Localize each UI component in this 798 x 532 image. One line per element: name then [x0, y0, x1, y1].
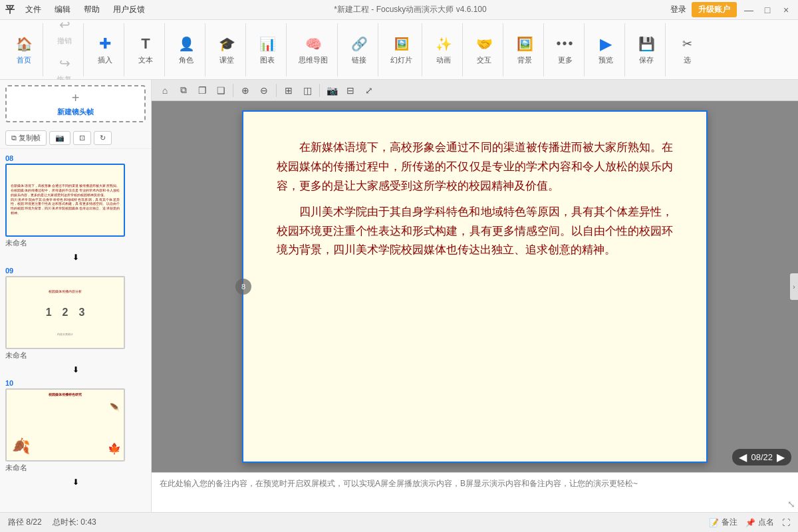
canvas-camera-button[interactable]: 📷 — [324, 82, 340, 98]
title-bar-menu: 文件 编辑 帮助 用户反馈 — [20, 3, 150, 17]
toolbar-text-button[interactable]: T 文本 — [131, 32, 160, 68]
toolbar-link-label: 链接 — [352, 55, 366, 65]
add-frame-label: 新建镜头帧 — [57, 107, 94, 117]
toolbar-group-mindmap: 🧠 思维导图 — [289, 23, 338, 76]
canvas-home-button[interactable]: ⌂ — [157, 82, 173, 98]
canvas-expand-button[interactable]: ⤢ — [361, 82, 377, 98]
right-panel-toggle-button[interactable]: › — [790, 273, 798, 300]
notes-input[interactable] — [152, 473, 798, 512]
canvas-zoomout-button[interactable]: ⊖ — [256, 82, 272, 98]
animation-icon: ✨ — [434, 35, 453, 53]
slide-divider-3: ⬇ — [0, 475, 151, 489]
login-button[interactable]: 登录 — [670, 4, 686, 15]
toolbar-mindmap-label: 思维导图 — [299, 55, 328, 65]
slide-item-09[interactable]: 09 校园媒体传播内容分析 1 2 3 内容分类统计 未命名 — [0, 264, 151, 363]
rotate-button[interactable]: ↻ — [94, 131, 112, 145]
slide-name-08: 未命名 — [5, 238, 27, 248]
canvas-copy2-button[interactable]: ❐ — [194, 82, 210, 98]
toolbar-classroom-button[interactable]: 🎓 课堂 — [212, 32, 241, 68]
status-bar: 路径 8/22 总时长: 0:43 📝 备注 📌 点名 ⛶ — [0, 512, 798, 532]
toolbar-chart-button[interactable]: 📊 图表 — [253, 32, 282, 68]
save-icon: 💾 — [637, 35, 656, 53]
toolbar-group-save: 💾 保存 — [628, 23, 666, 76]
prev-page-button[interactable]: ◀ — [739, 451, 747, 464]
status-duration: 总时长: 0:43 — [53, 517, 96, 528]
insert-icon: ✚ — [96, 35, 114, 53]
background-icon: 🖼️ — [515, 35, 534, 53]
next-page-button[interactable]: ▶ — [777, 451, 785, 464]
toolbar-link-button[interactable]: 🔗 链接 — [344, 32, 374, 68]
canvas-area: ⌂ ⧉ ❐ ❑ ⊕ ⊖ ⊞ ◫ 📷 ⊟ ⤢ 8 在新媒体语境下，高校形象会通过不… — [152, 80, 798, 512]
toolbar-group-animation: ✨ 动画 — [425, 23, 463, 76]
copy-frame-button[interactable]: ⧉ 复制帧 — [5, 130, 47, 146]
fullscreen-button[interactable]: ⛶ — [782, 518, 790, 527]
interact-icon: 🤝 — [475, 35, 493, 53]
close-button[interactable]: × — [779, 3, 793, 17]
toolbar-more-button[interactable]: ••• 更多 — [551, 32, 580, 68]
copy-frame-icon: ⧉ — [11, 134, 17, 142]
add-icon: + — [72, 90, 80, 106]
canvas-copy3-button[interactable]: ❑ — [213, 82, 229, 98]
title-bar-right: 登录 升级账户 — □ × — [670, 2, 793, 17]
point-label: 点名 — [758, 517, 774, 528]
maximize-button[interactable]: □ — [761, 3, 774, 17]
canvas-copy-button[interactable]: ⧉ — [176, 82, 192, 98]
minimize-button[interactable]: — — [742, 3, 755, 17]
slide-thumbnail-09: 校园媒体传播内容分析 1 2 3 内容分类统计 — [5, 276, 125, 349]
annotate-button[interactable]: 📝 备注 — [709, 517, 737, 528]
num-2: 2 — [63, 307, 68, 319]
main-toolbar: 🏠 首页 ↩ 撤销 ↪ 恢复 ✚ 插入 T 文本 👤 角色 🎓 — [0, 20, 798, 80]
slide-handle[interactable]: 8 — [235, 279, 251, 295]
toolbar-insert-button[interactable]: ✚ 插入 — [90, 32, 120, 68]
toolbar-group-link: 🔗 链接 — [340, 23, 378, 76]
toolbar-group-select: ✂ 选 — [668, 23, 706, 76]
toolbar-slideshow-button[interactable]: 🖼️ 幻灯片 — [385, 32, 418, 68]
toolbar-save-button[interactable]: 💾 保存 — [632, 32, 661, 68]
add-frame-button[interactable]: + 新建镜头帧 — [5, 85, 146, 122]
canvas-lock-button[interactable]: ◫ — [299, 82, 315, 98]
num-3: 3 — [78, 307, 84, 319]
slide-item-10[interactable]: 10 校园媒体传播特色研究 🍂 🍁 🪶 未命名 — [0, 376, 151, 475]
toolbar-background-button[interactable]: 🖼️ 背景 — [510, 32, 539, 68]
slide-paragraph-2: 四川美术学院由于其自身学科特色和地域特色等原因，具有其个体差异性，校园环境更注重… — [277, 203, 673, 261]
menu-feedback[interactable]: 用户反馈 — [108, 3, 150, 17]
canvas-main[interactable]: 8 在新媒体语境下，高校形象会通过不同的渠道被传播进而被大家所熟知。在校园媒体的… — [152, 101, 798, 472]
toolbar-select-button[interactable]: ✂ 选 — [672, 32, 702, 68]
title-bar-title: *新建工程 - Focusky动画演示大师 v4.6.100 — [150, 4, 670, 15]
toolbar-interact-button[interactable]: 🤝 交互 — [469, 32, 499, 68]
slide-08-preview-text: 在新媒体语境下，高校形象会通过不同的渠道被传播进而被大家所熟知。在校园媒体的传播… — [7, 180, 124, 219]
toolbar-home-label: 首页 — [17, 55, 31, 65]
canvas-table-button[interactable]: ⊞ — [281, 82, 297, 98]
toolbar-undo-button[interactable]: ↩ 撤销 — [50, 13, 79, 49]
canvas-zoomin-button[interactable]: ⊕ — [237, 82, 253, 98]
chart-icon: 📊 — [258, 35, 277, 53]
classroom-icon: 🎓 — [217, 35, 236, 53]
slide-item-08[interactable]: 08 在新媒体语境下，高校形象会通过不同的渠道被传播进而被大家所熟知。在校园媒体… — [0, 152, 151, 251]
canvas-grid-button[interactable]: ⊟ — [342, 82, 358, 98]
slide-name-10: 未命名 — [5, 463, 27, 473]
toolbar-preview-button[interactable]: ▶ 预览 — [591, 32, 620, 68]
toolbar-mindmap-button[interactable]: 🧠 思维导图 — [293, 32, 333, 68]
notes-expand-button[interactable]: ⤡ — [787, 499, 795, 509]
home-icon: 🏠 — [15, 35, 33, 53]
toolbar-animation-button[interactable]: ✨ 动画 — [429, 32, 458, 68]
toolbar-text-label: 文本 — [138, 55, 153, 65]
toolbar-select-label: 选 — [684, 55, 691, 65]
divider-icon-2: ⬇ — [72, 365, 79, 374]
menu-help[interactable]: 帮助 — [78, 3, 105, 17]
fit-button[interactable]: ⊡ — [73, 131, 91, 145]
frame-tools: ⧉ 复制帧 📷 ⊡ ↻ — [0, 128, 151, 149]
toolbar-more-label: 更多 — [558, 55, 573, 65]
slide-09-subtitle: 内容分类统计 — [57, 332, 73, 336]
toolbar-character-label: 角色 — [179, 55, 194, 65]
slide-number-09: 09 — [5, 267, 13, 275]
menu-file[interactable]: 文件 — [20, 3, 47, 17]
upgrade-button[interactable]: 升级账户 — [692, 2, 737, 17]
point-button[interactable]: 📌 点名 — [745, 517, 774, 528]
slide-divider-1: ⬇ — [0, 251, 151, 264]
toolbar-character-button[interactable]: 👤 角色 — [172, 32, 201, 68]
annotate-icon: 📝 — [709, 518, 719, 527]
mindmap-icon: 🧠 — [304, 35, 323, 53]
screenshot-button[interactable]: 📷 — [49, 131, 70, 145]
toolbar-home-button[interactable]: 🏠 首页 — [9, 32, 39, 68]
